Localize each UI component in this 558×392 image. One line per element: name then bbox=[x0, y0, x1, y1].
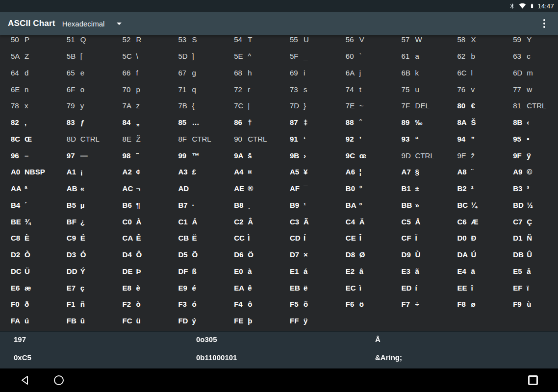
grid-cell-7B[interactable]: 7B{ bbox=[167, 98, 223, 114]
grid-cell-64[interactable]: 64d bbox=[0, 65, 56, 81]
grid-cell-81[interactable]: 81CTRL bbox=[502, 98, 558, 114]
grid-cell-FA[interactable]: FAú bbox=[0, 313, 56, 329]
grid-cell-9E[interactable]: 9Ež bbox=[446, 147, 502, 164]
grid-cell-83[interactable]: 83ƒ bbox=[56, 114, 112, 131]
grid-cell-59[interactable]: 59Y bbox=[502, 35, 558, 48]
grid-cell-CA[interactable]: CAÊ bbox=[112, 230, 168, 246]
grid-cell-80[interactable]: 80€ bbox=[446, 98, 502, 114]
grid-cell-86[interactable]: 86† bbox=[223, 114, 279, 131]
grid-cell-90[interactable]: 90CTRL bbox=[223, 131, 279, 147]
grid-cell-F9[interactable]: F9ù bbox=[502, 296, 558, 313]
grid-cell-71[interactable]: 71q bbox=[167, 81, 223, 98]
grid-cell-6A[interactable]: 6Aj bbox=[335, 65, 391, 81]
grid-cell-C9[interactable]: C9É bbox=[56, 230, 112, 246]
grid-cell-CE[interactable]: CEÎ bbox=[335, 230, 391, 246]
grid-cell-9F[interactable]: 9Fÿ bbox=[502, 147, 558, 164]
grid-cell-95[interactable]: 95• bbox=[502, 131, 558, 147]
grid-cell-E0[interactable]: E0à bbox=[223, 263, 279, 280]
overflow-menu-button[interactable] bbox=[538, 16, 550, 31]
grid-cell-DB[interactable]: DBÛ bbox=[502, 246, 558, 263]
grid-cell-53[interactable]: 53S bbox=[167, 35, 223, 48]
grid-cell-5E[interactable]: 5E^ bbox=[223, 48, 279, 65]
home-icon[interactable] bbox=[53, 375, 64, 386]
grid-cell-89[interactable]: 89‰ bbox=[391, 114, 447, 131]
grid-cell-CB[interactable]: CBË bbox=[167, 230, 223, 246]
grid-cell-D4[interactable]: D4Ô bbox=[112, 246, 168, 263]
grid-cell-B1[interactable]: B1± bbox=[391, 180, 447, 197]
grid-cell-55[interactable]: 55U bbox=[279, 35, 335, 48]
grid-cell-51[interactable]: 51Q bbox=[56, 35, 112, 48]
grid-cell-8D[interactable]: 8DCTRL bbox=[56, 131, 112, 147]
grid-cell-6C[interactable]: 6Cl bbox=[446, 65, 502, 81]
grid-cell-CC[interactable]: CCÌ bbox=[223, 230, 279, 246]
grid-cell-A6[interactable]: A6¦ bbox=[335, 164, 391, 180]
grid-cell-7D[interactable]: 7D} bbox=[279, 98, 335, 114]
grid-cell-67[interactable]: 67g bbox=[167, 65, 223, 81]
grid-cell-52[interactable]: 52R bbox=[112, 35, 168, 48]
grid-cell-74[interactable]: 74t bbox=[335, 81, 391, 98]
grid-cell-E1[interactable]: E1á bbox=[279, 263, 335, 280]
grid-cell-A2[interactable]: A2¢ bbox=[112, 164, 168, 180]
grid-cell-A9[interactable]: A9© bbox=[502, 164, 558, 180]
grid-cell-DF[interactable]: DFß bbox=[167, 263, 223, 280]
grid-cell-AF[interactable]: AF¯ bbox=[279, 180, 335, 197]
grid-cell-AD[interactable]: AD bbox=[167, 180, 223, 197]
grid-cell-72[interactable]: 72r bbox=[223, 81, 279, 98]
grid-cell-88[interactable]: 88ˆ bbox=[335, 114, 391, 131]
grid-cell-77[interactable]: 77w bbox=[502, 81, 558, 98]
grid-cell-F6[interactable]: F6ö bbox=[335, 296, 391, 313]
grid-cell-6E[interactable]: 6En bbox=[0, 81, 56, 98]
grid-cell-A3[interactable]: A3£ bbox=[167, 164, 223, 180]
grid-cell-F0[interactable]: F0ð bbox=[0, 296, 56, 313]
grid-cell-9C[interactable]: 9Cœ bbox=[335, 147, 391, 164]
grid-cell-F1[interactable]: F1ñ bbox=[56, 296, 112, 313]
grid-cell-79[interactable]: 79y bbox=[56, 98, 112, 114]
grid-cell-8A[interactable]: 8AŠ bbox=[446, 114, 502, 131]
grid-cell-D8[interactable]: D8Ø bbox=[335, 246, 391, 263]
grid-cell-62[interactable]: 62b bbox=[446, 48, 502, 65]
grid-cell-E4[interactable]: E4ä bbox=[446, 263, 502, 280]
grid-cell-7C[interactable]: 7C| bbox=[223, 98, 279, 114]
grid-cell-66[interactable]: 66f bbox=[112, 65, 168, 81]
grid-cell-F5[interactable]: F5õ bbox=[279, 296, 335, 313]
back-icon[interactable] bbox=[20, 375, 30, 386]
grid-cell-70[interactable]: 70p bbox=[112, 81, 168, 98]
grid-cell-D6[interactable]: D6Ö bbox=[223, 246, 279, 263]
grid-cell-FE[interactable]: FEþ bbox=[223, 313, 279, 329]
grid-cell-97[interactable]: 97— bbox=[56, 147, 112, 164]
grid-cell-E3[interactable]: E3ã bbox=[391, 263, 447, 280]
grid-cell-C3[interactable]: C3Ã bbox=[279, 213, 335, 230]
grid-cell-F4[interactable]: F4ô bbox=[223, 296, 279, 313]
grid-cell-BA[interactable]: BAº bbox=[335, 197, 391, 214]
grid-cell-6D[interactable]: 6Dm bbox=[502, 65, 558, 81]
grid-cell-F7[interactable]: F7÷ bbox=[391, 296, 447, 313]
grid-cell-E5[interactable]: E5å bbox=[502, 263, 558, 280]
grid-cell-87[interactable]: 87‡ bbox=[279, 114, 335, 131]
grid-cell-BE[interactable]: BE¾ bbox=[0, 213, 56, 230]
grid-cell-E2[interactable]: E2â bbox=[335, 263, 391, 280]
grid-cell-E9[interactable]: E9é bbox=[167, 279, 223, 296]
grid-cell-F8[interactable]: F8ø bbox=[446, 296, 502, 313]
grid-cell-98[interactable]: 98˜ bbox=[112, 147, 168, 164]
grid-cell-ED[interactable]: EDí bbox=[391, 279, 447, 296]
grid-cell-C0[interactable]: C0À bbox=[112, 213, 168, 230]
grid-cell-6F[interactable]: 6Fo bbox=[56, 81, 112, 98]
grid-cell-93[interactable]: 93“ bbox=[391, 131, 447, 147]
grid-cell-F2[interactable]: F2ò bbox=[112, 296, 168, 313]
grid-cell-61[interactable]: 61a bbox=[391, 48, 447, 65]
grid-cell-D3[interactable]: D3Ó bbox=[56, 246, 112, 263]
grid-cell-96[interactable]: 96– bbox=[0, 147, 56, 164]
grid-cell-6B[interactable]: 6Bk bbox=[391, 65, 447, 81]
grid-cell-56[interactable]: 56V bbox=[335, 35, 391, 48]
grid-cell-68[interactable]: 68h bbox=[223, 65, 279, 81]
grid-cell-D7[interactable]: D7× bbox=[279, 246, 335, 263]
grid-cell-9B[interactable]: 9B› bbox=[279, 147, 335, 164]
grid-cell-EA[interactable]: EAê bbox=[223, 279, 279, 296]
grid-cell-54[interactable]: 54T bbox=[223, 35, 279, 48]
grid-cell-7F[interactable]: 7FDEL bbox=[391, 98, 447, 114]
grid-cell-BD[interactable]: BD½ bbox=[502, 197, 558, 214]
grid-cell-63[interactable]: 63c bbox=[502, 48, 558, 65]
grid-cell-A4[interactable]: A4¤ bbox=[223, 164, 279, 180]
grid-cell-D0[interactable]: D0Ð bbox=[446, 230, 502, 246]
grid-cell-B7[interactable]: B7· bbox=[167, 197, 223, 214]
